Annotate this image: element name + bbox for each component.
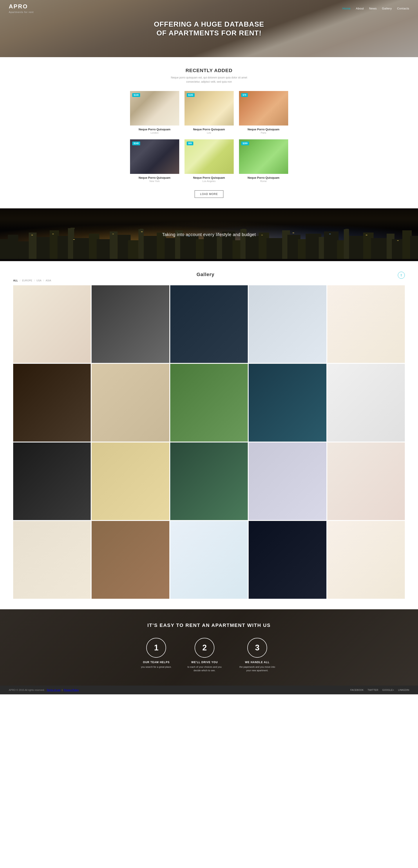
nav-about[interactable]: About: [356, 7, 364, 10]
footer-twitter[interactable]: TWITTER: [367, 689, 378, 691]
svg-rect-50: [73, 239, 75, 240]
filter-usa[interactable]: USA: [36, 279, 41, 282]
apt-city-3: Paris: [239, 131, 288, 134]
apt-card-5[interactable]: $89 Neque Porro Quisquam Los Angeles: [185, 140, 234, 182]
svg-rect-57: [329, 234, 331, 234]
svg-rect-21: [180, 235, 199, 261]
nav-home[interactable]: Home: [343, 7, 351, 10]
footer-privacy[interactable]: Privacy Policy: [64, 689, 78, 691]
apt-card-4[interactable]: $149 Neque Porro Quisquam New York: [130, 140, 179, 182]
city-banner-section: Taking into account every lifestyle and …: [0, 208, 418, 261]
gallery-item-16[interactable]: [13, 521, 91, 598]
svg-rect-14: [128, 240, 138, 261]
apt-name-3: Neque Porro Quisquam: [239, 128, 288, 131]
gallery-item-14[interactable]: [249, 442, 326, 520]
step-desc-1: you search for a great place.: [141, 665, 171, 669]
gallery-item-8[interactable]: [170, 364, 248, 441]
svg-rect-47: [410, 236, 418, 261]
step-name-3: WE HANDLE ALL: [237, 661, 277, 664]
nav-contacts[interactable]: Contacts: [397, 7, 409, 10]
gallery-item-1[interactable]: [13, 285, 91, 363]
apt-name-4: Neque Porro Quisquam: [130, 176, 179, 179]
svg-rect-40: [345, 229, 348, 230]
nav-gallery[interactable]: Gallery: [382, 7, 392, 10]
svg-rect-41: [349, 236, 365, 261]
nav-news[interactable]: News: [369, 7, 377, 10]
svg-rect-51: [112, 234, 114, 234]
step-desc-3: the paperwork and you move into your new…: [237, 665, 277, 672]
how-section: IT'S EASY TO RENT AN APARTMENT WITH US 1…: [0, 609, 418, 686]
filter-all[interactable]: ALL: [13, 279, 18, 282]
svg-rect-52: [141, 231, 142, 232]
footer-facebook[interactable]: FACEBOOK: [350, 689, 364, 691]
filter-europe[interactable]: EUROPE: [22, 279, 32, 282]
svg-rect-37: [324, 231, 339, 261]
gallery-item-11[interactable]: [13, 442, 91, 520]
gallery-item-9[interactable]: [249, 364, 326, 441]
step-circle-2: 2: [195, 638, 214, 658]
gallery-item-13[interactable]: [170, 442, 248, 520]
apt-image-2: $105: [185, 91, 234, 125]
gallery-item-15[interactable]: [327, 442, 405, 520]
apt-name-2: Neque Porro Quisquam: [185, 128, 234, 131]
step-desc-2: to each of your choices and you decide w…: [185, 665, 224, 672]
gallery-grid: [13, 285, 405, 599]
apt-card-3[interactable]: $79 Neque Porro Quisquam Paris: [239, 91, 288, 134]
apt-city-4: New York: [130, 180, 179, 182]
city-banner-text: Taking into account every lifestyle and …: [162, 232, 256, 237]
apt-city-5: Los Angeles: [185, 180, 234, 182]
svg-rect-43: [371, 238, 389, 261]
gallery-item-17[interactable]: [92, 521, 169, 598]
load-more-button[interactable]: LOAD MORE: [195, 190, 223, 198]
svg-rect-12: [110, 231, 118, 261]
logo: APRO Apartments for rent: [9, 3, 34, 14]
svg-rect-39: [344, 229, 349, 261]
gallery-item-12[interactable]: [92, 442, 169, 520]
apt-card-2[interactable]: $105 Neque Porro Quisquam Lviv: [185, 91, 234, 134]
gallery-item-5[interactable]: [327, 285, 405, 363]
apt-city-2: Lviv: [185, 131, 234, 134]
gallery-filters: ALL / EUROPE / USA / ASIA: [13, 279, 398, 282]
gallery-item-3[interactable]: [170, 285, 248, 363]
footer: APRO © 2015 All rights reserved. Terms o…: [0, 686, 418, 694]
gallery-section: Gallery ALL / EUROPE / USA / ASIA ⇧: [0, 261, 418, 609]
footer-terms[interactable]: Terms of use: [46, 689, 60, 691]
header: APRO Apartments for rent Home About News…: [0, 0, 418, 17]
filter-asia[interactable]: ASIA: [46, 279, 51, 282]
apt-city-1: London: [130, 131, 179, 134]
gallery-item-10[interactable]: [327, 364, 405, 441]
gallery-item-20[interactable]: [327, 521, 405, 598]
footer-googleplus[interactable]: GOOGLE+: [382, 689, 394, 691]
gallery-item-19[interactable]: [249, 521, 326, 598]
hero-content: OFFERING A HUGE DATABASE OF APARTMENTS F…: [148, 20, 270, 37]
apt-card-6[interactable]: $289 Neque Porro Quisquam Rome: [239, 140, 288, 182]
apt-image-5: $89: [185, 140, 234, 174]
main-nav: Home About News Gallery Contacts: [343, 7, 409, 10]
gallery-item-4[interactable]: [249, 285, 326, 363]
scroll-top-button[interactable]: ⇧: [398, 272, 405, 279]
svg-rect-31: [266, 238, 285, 261]
price-badge-1: $149: [132, 93, 140, 97]
svg-rect-1: [8, 235, 19, 261]
step-circle-3: 3: [247, 638, 267, 658]
gallery-item-2[interactable]: [92, 285, 169, 363]
hero-headline: OFFERING A HUGE DATABASE OF APARTMENTS F…: [152, 20, 266, 37]
footer-social: FACEBOOK TWITTER GOOGLE+ LINKEDIN: [350, 689, 409, 691]
apt-card-1[interactable]: $149 Neque Porro Quisquam London: [130, 91, 179, 134]
how-steps: 1 OUR TEAM HELPS you search for a great …: [9, 638, 409, 672]
svg-rect-15: [138, 229, 143, 261]
apt-image-6: $289: [239, 140, 288, 174]
gallery-item-18[interactable]: [170, 521, 248, 598]
gallery-item-6[interactable]: [13, 364, 91, 441]
gallery-item-7[interactable]: [92, 364, 169, 441]
footer-linkedin[interactable]: LINKEDIN: [398, 689, 409, 691]
recently-added-title: RECENTLY ADDED: [13, 68, 405, 73]
svg-rect-58: [366, 235, 367, 236]
apt-image-3: $79: [239, 91, 288, 125]
apartments-grid: $149 Neque Porro Quisquam London $105 Ne…: [130, 91, 288, 182]
svg-rect-49: [52, 234, 54, 234]
price-badge-4: $149: [132, 142, 140, 145]
price-badge-3: $79: [241, 93, 248, 97]
logo-subtitle: Apartments for rent: [9, 11, 34, 13]
recently-added-section: RECENTLY ADDED Neque porro quisquam est,…: [0, 57, 418, 208]
